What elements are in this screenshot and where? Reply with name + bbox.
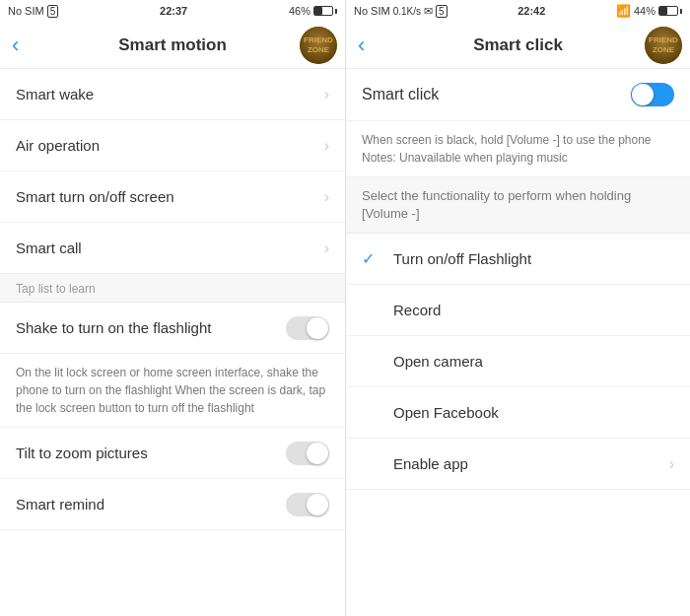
smart-call-chevron: › (324, 240, 329, 257)
left-page-title: Smart motion (118, 35, 227, 55)
smart-click-description: When screen is black, hold [Volume -] to… (346, 121, 690, 177)
left-status-bar: No SIM 5 22:37 46% (0, 0, 345, 22)
menu-item-air-operation[interactable]: Air operation › (0, 120, 345, 171)
right-time: 22:42 (518, 5, 545, 17)
right-panel: No SIM 0.1K/s ✉ 5 22:42 📶 44% ‹ Smart cl… (346, 0, 690, 616)
enable-app-option-label: Enable app (393, 455, 468, 472)
record-option-label: Record (393, 302, 441, 318)
smart-turn-chevron: › (324, 188, 329, 206)
right-nav-bar: ‹ Smart click FRIENDZONE (346, 22, 690, 69)
right-no-sim-label: No SIM (354, 5, 390, 17)
message-icon: ✉ (424, 5, 433, 18)
option-open-camera[interactable]: ✓ Open camera (346, 336, 690, 387)
right-back-button[interactable]: ‹ (358, 33, 365, 58)
left-avatar[interactable]: FRIENDZONE (300, 27, 337, 64)
avatar-image: FRIENDZONE (300, 27, 337, 64)
option-enable-app[interactable]: ✓ Enable app › (346, 439, 690, 490)
right-status-left: No SIM 0.1K/s ✉ 5 (354, 5, 448, 18)
smart-click-desc-text: When screen is black, hold [Volume -] to… (362, 133, 652, 165)
smart-click-label: Smart click (362, 86, 439, 103)
tilt-zoom-label: Tilt to zoom pictures (16, 445, 148, 461)
battery-percent-right: 44% (634, 5, 656, 17)
select-label-text: Select the functionality to perform when… (362, 188, 631, 221)
shake-toggle-switch[interactable] (286, 316, 329, 340)
wifi-icon: 📶 (616, 4, 631, 18)
toggle-shake-flashlight[interactable]: Shake to turn on the flashlight (0, 303, 345, 354)
tilt-toggle-switch[interactable] (286, 442, 329, 465)
left-back-button[interactable]: ‹ (12, 33, 19, 58)
shake-flashlight-label: Shake to turn on the flashlight (16, 319, 211, 336)
right-avatar[interactable]: FRIENDZONE (645, 27, 682, 64)
air-operation-label: Air operation (16, 137, 100, 154)
shake-toggle-knob (307, 317, 328, 339)
menu-item-smart-wake[interactable]: Smart wake › (0, 69, 345, 120)
right-speed: 0.1K/s (393, 6, 421, 17)
battery-icon-left (313, 6, 337, 16)
flashlight-option-label: Turn on/off Flashlight (393, 250, 531, 267)
battery-icon-right (658, 6, 682, 16)
sim-icon-right: 5 (436, 5, 448, 18)
left-nav-bar: ‹ Smart motion FRIENDZONE (0, 22, 345, 69)
left-panel: No SIM 5 22:37 46% ‹ Smart motion FRIEND… (0, 0, 346, 616)
enable-app-chevron: › (669, 455, 674, 473)
left-status-left: No SIM 5 (8, 5, 58, 18)
right-status-right: 📶 44% (616, 4, 682, 18)
tilt-toggle-knob (307, 443, 328, 464)
shake-description-text: On the lit lock screen or home screen in… (16, 366, 325, 415)
smart-remind-label: Smart remind (16, 496, 104, 513)
smart-wake-chevron: › (324, 86, 329, 103)
option-open-facebook[interactable]: ✓ Open Facebook (346, 387, 690, 439)
flashlight-check-icon: ✓ (362, 249, 381, 268)
remind-toggle-knob (307, 494, 328, 515)
left-time: 22:37 (160, 5, 187, 17)
camera-option-label: Open camera (393, 353, 483, 370)
smart-click-toggle[interactable] (631, 83, 674, 106)
air-operation-chevron: › (324, 137, 329, 155)
option-record[interactable]: ✓ Record (346, 285, 690, 336)
menu-item-smart-turn[interactable]: Smart turn on/off screen › (0, 171, 345, 223)
smart-turn-label: Smart turn on/off screen (16, 188, 174, 205)
select-functionality-label: Select the functionality to perform when… (346, 177, 690, 234)
smart-call-label: Smart call (16, 240, 82, 256)
no-sim-label: No SIM (8, 5, 44, 17)
section-header-tap: Tap list to learn (0, 274, 345, 303)
battery-percent-left: 46% (289, 5, 310, 17)
sim-icon: 5 (47, 5, 59, 18)
toggle-tilt-zoom[interactable]: Tilt to zoom pictures (0, 428, 345, 479)
right-status-bar: No SIM 0.1K/s ✉ 5 22:42 📶 44% (346, 0, 690, 22)
shake-description: On the lit lock screen or home screen in… (0, 354, 345, 428)
toggle-smart-remind[interactable]: Smart remind (0, 479, 345, 530)
remind-toggle-switch[interactable] (286, 493, 329, 516)
right-page-title: Smart click (473, 35, 563, 55)
facebook-option-label: Open Facebook (393, 404, 499, 421)
smart-click-knob (632, 84, 654, 105)
option-flashlight[interactable]: ✓ Turn on/off Flashlight (346, 234, 690, 285)
left-status-right: 46% (289, 5, 337, 17)
right-avatar-image: FRIENDZONE (645, 27, 682, 64)
smart-wake-label: Smart wake (16, 86, 94, 103)
smart-click-row[interactable]: Smart click (346, 69, 690, 121)
menu-item-smart-call[interactable]: Smart call › (0, 223, 345, 274)
